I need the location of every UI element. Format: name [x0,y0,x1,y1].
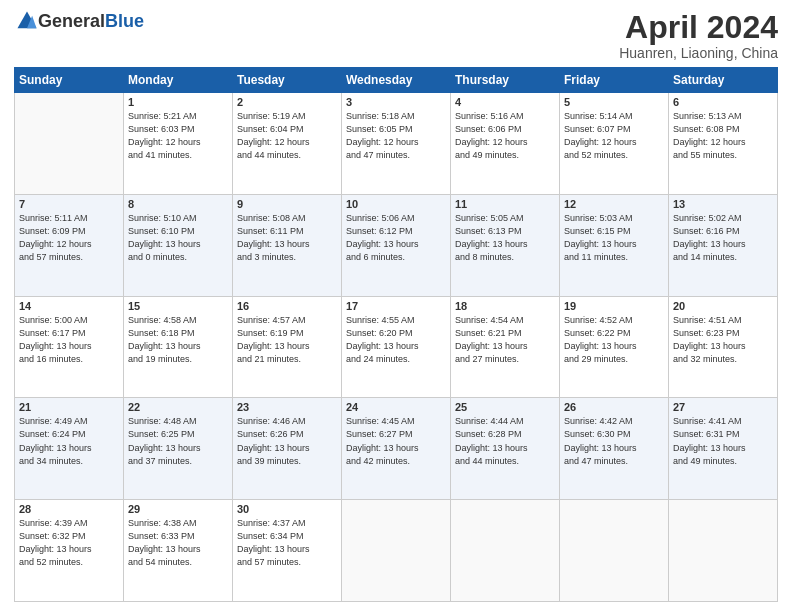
calendar-cell: 9Sunrise: 5:08 AMSunset: 6:11 PMDaylight… [233,194,342,296]
day-number: 22 [128,401,228,413]
calendar-cell: 26Sunrise: 4:42 AMSunset: 6:30 PMDayligh… [560,398,669,500]
day-number: 18 [455,300,555,312]
day-info: Sunrise: 5:11 AMSunset: 6:09 PMDaylight:… [19,212,119,264]
subtitle: Huanren, Liaoning, China [619,45,778,61]
calendar-week-row: 1Sunrise: 5:21 AMSunset: 6:03 PMDaylight… [15,93,778,195]
day-number: 23 [237,401,337,413]
day-info: Sunrise: 5:05 AMSunset: 6:13 PMDaylight:… [455,212,555,264]
calendar-cell: 27Sunrise: 4:41 AMSunset: 6:31 PMDayligh… [669,398,778,500]
logo-general: General [38,11,105,31]
day-number: 5 [564,96,664,108]
calendar-cell: 1Sunrise: 5:21 AMSunset: 6:03 PMDaylight… [124,93,233,195]
header: GeneralBlue April 2024 Huanren, Liaoning… [14,10,778,61]
day-info: Sunrise: 4:49 AMSunset: 6:24 PMDaylight:… [19,415,119,467]
day-info: Sunrise: 5:10 AMSunset: 6:10 PMDaylight:… [128,212,228,264]
calendar-cell [669,500,778,602]
day-number: 17 [346,300,446,312]
logo-blue: Blue [105,11,144,31]
day-info: Sunrise: 5:21 AMSunset: 6:03 PMDaylight:… [128,110,228,162]
calendar-cell: 23Sunrise: 4:46 AMSunset: 6:26 PMDayligh… [233,398,342,500]
calendar-cell: 22Sunrise: 4:48 AMSunset: 6:25 PMDayligh… [124,398,233,500]
calendar-header-row: SundayMondayTuesdayWednesdayThursdayFrid… [15,68,778,93]
logo: GeneralBlue [14,10,144,32]
day-info: Sunrise: 5:13 AMSunset: 6:08 PMDaylight:… [673,110,773,162]
title-block: April 2024 Huanren, Liaoning, China [619,10,778,61]
calendar-cell: 18Sunrise: 4:54 AMSunset: 6:21 PMDayligh… [451,296,560,398]
calendar-cell: 8Sunrise: 5:10 AMSunset: 6:10 PMDaylight… [124,194,233,296]
column-header-sunday: Sunday [15,68,124,93]
day-info: Sunrise: 4:38 AMSunset: 6:33 PMDaylight:… [128,517,228,569]
page: GeneralBlue April 2024 Huanren, Liaoning… [0,0,792,612]
calendar-cell: 5Sunrise: 5:14 AMSunset: 6:07 PMDaylight… [560,93,669,195]
calendar-cell: 11Sunrise: 5:05 AMSunset: 6:13 PMDayligh… [451,194,560,296]
day-number: 21 [19,401,119,413]
day-info: Sunrise: 5:08 AMSunset: 6:11 PMDaylight:… [237,212,337,264]
day-number: 12 [564,198,664,210]
day-number: 25 [455,401,555,413]
day-info: Sunrise: 5:19 AMSunset: 6:04 PMDaylight:… [237,110,337,162]
day-number: 15 [128,300,228,312]
day-number: 14 [19,300,119,312]
calendar-table: SundayMondayTuesdayWednesdayThursdayFrid… [14,67,778,602]
day-number: 19 [564,300,664,312]
day-info: Sunrise: 4:39 AMSunset: 6:32 PMDaylight:… [19,517,119,569]
calendar-cell: 12Sunrise: 5:03 AMSunset: 6:15 PMDayligh… [560,194,669,296]
calendar-cell: 29Sunrise: 4:38 AMSunset: 6:33 PMDayligh… [124,500,233,602]
calendar-cell: 13Sunrise: 5:02 AMSunset: 6:16 PMDayligh… [669,194,778,296]
day-info: Sunrise: 5:14 AMSunset: 6:07 PMDaylight:… [564,110,664,162]
day-info: Sunrise: 4:54 AMSunset: 6:21 PMDaylight:… [455,314,555,366]
day-info: Sunrise: 5:06 AMSunset: 6:12 PMDaylight:… [346,212,446,264]
day-number: 29 [128,503,228,515]
day-info: Sunrise: 5:02 AMSunset: 6:16 PMDaylight:… [673,212,773,264]
calendar-cell [15,93,124,195]
calendar-cell: 2Sunrise: 5:19 AMSunset: 6:04 PMDaylight… [233,93,342,195]
day-info: Sunrise: 4:37 AMSunset: 6:34 PMDaylight:… [237,517,337,569]
day-number: 26 [564,401,664,413]
day-info: Sunrise: 4:55 AMSunset: 6:20 PMDaylight:… [346,314,446,366]
day-info: Sunrise: 5:00 AMSunset: 6:17 PMDaylight:… [19,314,119,366]
day-info: Sunrise: 5:03 AMSunset: 6:15 PMDaylight:… [564,212,664,264]
calendar-cell: 20Sunrise: 4:51 AMSunset: 6:23 PMDayligh… [669,296,778,398]
calendar-cell: 24Sunrise: 4:45 AMSunset: 6:27 PMDayligh… [342,398,451,500]
calendar-cell: 6Sunrise: 5:13 AMSunset: 6:08 PMDaylight… [669,93,778,195]
day-info: Sunrise: 4:58 AMSunset: 6:18 PMDaylight:… [128,314,228,366]
day-number: 8 [128,198,228,210]
calendar-cell: 10Sunrise: 5:06 AMSunset: 6:12 PMDayligh… [342,194,451,296]
column-header-wednesday: Wednesday [342,68,451,93]
day-info: Sunrise: 4:44 AMSunset: 6:28 PMDaylight:… [455,415,555,467]
day-number: 9 [237,198,337,210]
day-number: 2 [237,96,337,108]
column-header-thursday: Thursday [451,68,560,93]
day-info: Sunrise: 4:45 AMSunset: 6:27 PMDaylight:… [346,415,446,467]
day-number: 10 [346,198,446,210]
calendar-cell: 19Sunrise: 4:52 AMSunset: 6:22 PMDayligh… [560,296,669,398]
day-number: 24 [346,401,446,413]
logo-icon [16,10,38,32]
day-number: 20 [673,300,773,312]
column-header-saturday: Saturday [669,68,778,93]
calendar-week-row: 28Sunrise: 4:39 AMSunset: 6:32 PMDayligh… [15,500,778,602]
day-number: 1 [128,96,228,108]
calendar-cell [560,500,669,602]
day-number: 4 [455,96,555,108]
calendar-cell: 3Sunrise: 5:18 AMSunset: 6:05 PMDaylight… [342,93,451,195]
calendar-week-row: 14Sunrise: 5:00 AMSunset: 6:17 PMDayligh… [15,296,778,398]
calendar-cell: 21Sunrise: 4:49 AMSunset: 6:24 PMDayligh… [15,398,124,500]
main-title: April 2024 [619,10,778,45]
day-info: Sunrise: 4:51 AMSunset: 6:23 PMDaylight:… [673,314,773,366]
calendar-cell: 17Sunrise: 4:55 AMSunset: 6:20 PMDayligh… [342,296,451,398]
day-info: Sunrise: 5:16 AMSunset: 6:06 PMDaylight:… [455,110,555,162]
day-info: Sunrise: 4:48 AMSunset: 6:25 PMDaylight:… [128,415,228,467]
column-header-friday: Friday [560,68,669,93]
calendar-week-row: 7Sunrise: 5:11 AMSunset: 6:09 PMDaylight… [15,194,778,296]
day-info: Sunrise: 4:52 AMSunset: 6:22 PMDaylight:… [564,314,664,366]
calendar-cell: 4Sunrise: 5:16 AMSunset: 6:06 PMDaylight… [451,93,560,195]
calendar-cell: 25Sunrise: 4:44 AMSunset: 6:28 PMDayligh… [451,398,560,500]
day-number: 27 [673,401,773,413]
day-number: 13 [673,198,773,210]
column-header-monday: Monday [124,68,233,93]
day-info: Sunrise: 4:42 AMSunset: 6:30 PMDaylight:… [564,415,664,467]
day-number: 3 [346,96,446,108]
day-number: 7 [19,198,119,210]
day-number: 30 [237,503,337,515]
